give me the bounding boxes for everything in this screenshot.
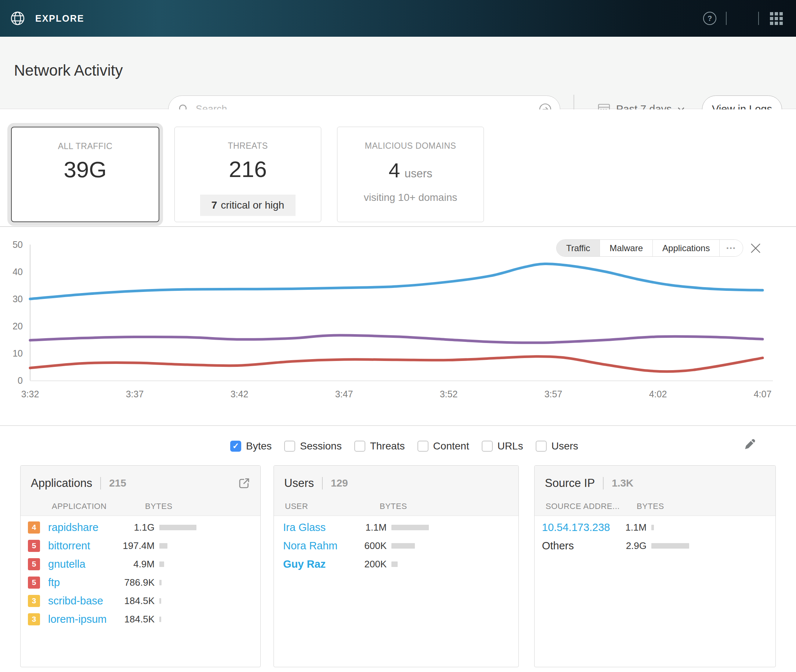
card-value: 4 — [389, 158, 400, 182]
checkbox-sessions[interactable] — [284, 441, 295, 452]
panel-rows: 4rapidshare1.1G5bittorrent197.4M5gnutell… — [21, 516, 260, 628]
chart-line-traffic-total — [30, 264, 762, 299]
critical-high-badge: 7critical or high — [200, 195, 296, 216]
row-link[interactable]: Nora Rahm — [283, 540, 344, 552]
bytes-bar — [651, 525, 654, 530]
filter-label: Users — [551, 440, 578, 452]
table-row: Others2.9G — [535, 536, 775, 555]
row-link[interactable]: 10.54.173.238 — [542, 522, 604, 534]
table-row: 5ftp786.9K — [21, 573, 260, 592]
panel-header: Applications 215 APPLICATION BYTES — [21, 466, 260, 516]
panel-count: 1.3K — [612, 477, 633, 489]
source-ip-panel: Source IP 1.3K SOURCE ADDRE... BYTES 10.… — [534, 465, 776, 667]
nav-divider — [758, 12, 759, 25]
y-axis-tick: 0 — [18, 375, 23, 386]
traffic-chart-section: 010203040503:323:373:423:473:523:574:024… — [0, 228, 796, 426]
filter-item-bytes: ✓Bytes — [230, 440, 272, 452]
y-axis-tick: 30 — [13, 294, 23, 304]
table-row: Nora Rahm600K — [274, 536, 518, 555]
x-axis-tick: 3:37 — [126, 389, 144, 399]
checkbox-content[interactable] — [417, 441, 428, 452]
filter-item-sessions: Sessions — [284, 440, 342, 452]
bytes-value: 200K — [344, 558, 387, 570]
app-switcher-icon[interactable] — [770, 12, 783, 25]
filter-label: Bytes — [246, 440, 272, 452]
bytes-value: 184.5K — [112, 595, 155, 606]
bytes-value: 184.5K — [112, 614, 155, 625]
card-all-traffic[interactable]: ALL TRAFFIC 39G — [11, 127, 159, 222]
filter-label: Content — [433, 440, 469, 452]
row-link[interactable]: Guy Raz — [283, 558, 344, 570]
card-threats[interactable]: THREATS 216 7critical or high — [174, 127, 321, 222]
panel-count: 129 — [331, 477, 348, 489]
page-title: Network Activity — [14, 62, 123, 79]
page-header: Network Activity — [0, 37, 796, 109]
checkbox-threats[interactable] — [354, 441, 365, 452]
row-link[interactable]: bittorrent — [48, 540, 112, 552]
bytes-bar — [159, 616, 161, 622]
table-row: Ira Glass1.1M — [274, 518, 518, 536]
card-value: 39G — [64, 157, 107, 182]
row-link[interactable]: Ira Glass — [283, 522, 344, 534]
bytes-bar — [392, 543, 415, 549]
row-link[interactable]: ftp — [48, 576, 112, 589]
table-row: 3lorem-ipsum184.5K — [21, 610, 260, 628]
row-link[interactable]: scribd-base — [48, 595, 112, 607]
external-link-icon[interactable] — [238, 477, 251, 490]
card-malicious-domains[interactable]: MALICIOUS DOMAINS 4 users visiting 10+ d… — [337, 127, 484, 222]
x-axis-tick: 4:02 — [649, 389, 667, 399]
bytes-bar — [159, 525, 197, 530]
filter-label: Threats — [370, 440, 405, 452]
x-axis-tick: 4:07 — [754, 389, 772, 399]
card-label: ALL TRAFFIC — [58, 141, 113, 151]
row-link[interactable]: lorem-ipsum — [48, 613, 112, 626]
checkbox-bytes[interactable]: ✓ — [230, 441, 241, 452]
filter-item-threats: Threats — [354, 440, 405, 452]
edit-pencil-icon[interactable] — [742, 436, 758, 452]
row-link[interactable]: gnutella — [48, 558, 112, 570]
x-axis-tick: 3:52 — [440, 389, 458, 399]
chart-tab-traffic[interactable]: Traffic — [556, 240, 600, 256]
close-icon[interactable] — [748, 241, 763, 256]
bytes-bar — [159, 598, 161, 604]
checkbox-users[interactable] — [536, 441, 547, 452]
top-navbar: EXPLORE ? — [0, 0, 796, 37]
bytes-value: 1.1M — [344, 522, 387, 533]
x-axis-tick: 3:57 — [545, 389, 563, 399]
risk-badge: 5 — [28, 576, 40, 589]
chart-tab-malware[interactable]: Malware — [600, 240, 653, 256]
table-row: 10.54.173.2381.1M — [535, 518, 775, 536]
risk-badge: 3 — [28, 613, 40, 626]
y-axis-tick: 10 — [13, 348, 23, 358]
y-axis-tick: 20 — [13, 321, 23, 331]
nav-divider — [726, 12, 727, 25]
checkbox-urls[interactable] — [482, 441, 493, 452]
bytes-bar — [392, 562, 398, 567]
card-value-suffix: users — [404, 167, 433, 180]
filter-item-urls: URLs — [482, 440, 523, 452]
y-axis-tick: 50 — [13, 239, 23, 250]
bytes-value: 600K — [344, 540, 387, 552]
card-subtext: visiting 10+ domains — [364, 192, 457, 203]
card-label: MALICIOUS DOMAINS — [365, 141, 456, 151]
table-row: Guy Raz200K — [274, 555, 518, 573]
row-link[interactable]: rapidshare — [48, 522, 112, 534]
bytes-value: 786.9K — [112, 577, 155, 588]
applications-panel: Applications 215 APPLICATION BYTES 4rapi… — [20, 465, 261, 667]
bytes-bar — [651, 543, 689, 549]
filter-item-users: Users — [536, 440, 578, 452]
risk-badge: 3 — [28, 595, 40, 607]
panel-rows: 10.54.173.2381.1MOthers2.9G — [535, 516, 775, 555]
filter-label: URLs — [497, 440, 523, 452]
help-icon[interactable]: ? — [703, 12, 716, 25]
chart-tab-more[interactable]: ••• — [719, 240, 743, 256]
panel-count: 215 — [109, 477, 126, 489]
app-title: EXPLORE — [35, 13, 84, 24]
chart-tab-applications[interactable]: Applications — [653, 240, 719, 256]
y-axis-tick: 40 — [13, 267, 23, 277]
summary-cards: ALL TRAFFIC 39G THREATS 216 7critical or… — [0, 109, 796, 227]
filter-item-content: Content — [417, 440, 469, 452]
table-row: 4rapidshare1.1G — [21, 518, 260, 536]
panel-header: Source IP 1.3K SOURCE ADDRE... BYTES — [535, 466, 775, 516]
bytes-value: 1.1G — [112, 522, 155, 533]
